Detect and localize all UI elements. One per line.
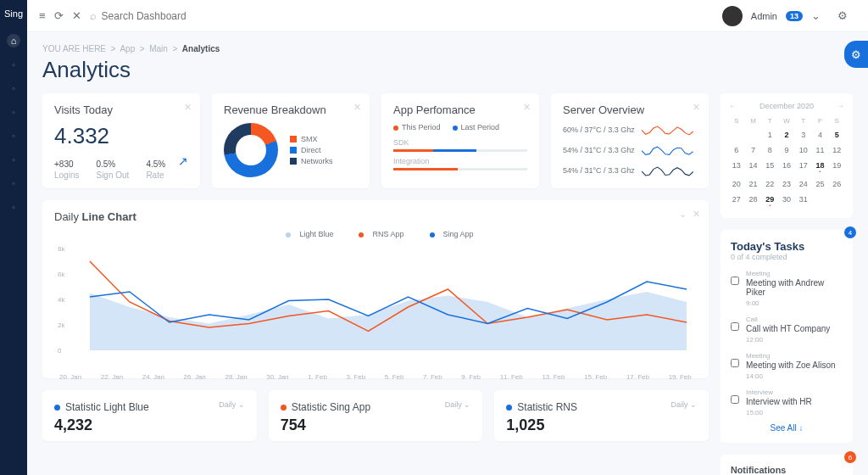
stat-card: Daily ⌄Statistic Sing App754 bbox=[269, 390, 483, 441]
cal-day[interactable] bbox=[813, 193, 828, 210]
card-tasks: 4 Today's Tasks 0 of 4 completed Meeting… bbox=[721, 230, 853, 443]
cal-day[interactable]: 22 bbox=[762, 177, 777, 191]
cal-day[interactable]: 19 bbox=[829, 159, 844, 176]
cal-day[interactable]: 9 bbox=[779, 143, 794, 157]
cal-day[interactable]: 12 bbox=[829, 143, 844, 157]
close-icon[interactable]: ✕ bbox=[523, 102, 531, 113]
card-notifications: 6 Notifications bbox=[721, 455, 853, 475]
period-select[interactable]: Daily ⌄ bbox=[445, 400, 471, 409]
task-item: InterviewInterview with HR15:00 bbox=[731, 387, 843, 416]
period-select[interactable]: Daily ⌄ bbox=[671, 400, 698, 409]
calendar: ← December 2020 → SMTWTFS123456789101112… bbox=[721, 93, 853, 218]
close-icon[interactable]: ✕ bbox=[184, 102, 192, 113]
cal-day[interactable] bbox=[729, 128, 744, 142]
close-icon[interactable]: ✕ bbox=[72, 9, 81, 22]
cal-day[interactable]: 1 bbox=[762, 128, 777, 142]
visits-value: 4.332 bbox=[54, 123, 188, 149]
cal-day[interactable]: 7 bbox=[746, 143, 761, 157]
topbar: ≡ ⟳ ✕ ⌕ Admin 13 ⌄ ⚙ bbox=[27, 0, 868, 32]
task-item: MeetingMeeting with Andrew Piker9:00 bbox=[731, 268, 843, 307]
card-server: ✕ Server Overview 60% / 37°C / 3.3 Ghz54… bbox=[551, 93, 709, 188]
menu-icon[interactable]: ≡ bbox=[39, 9, 46, 22]
cal-month: December 2020 bbox=[760, 102, 814, 110]
nav-send-icon[interactable]: ◦ bbox=[7, 176, 20, 190]
card-performance: ✕ App Perfomance This PeriodLast Period … bbox=[381, 93, 539, 188]
nav-user-icon[interactable]: ◦ bbox=[7, 58, 20, 71]
task-item: CallCall with HT Company12:00 bbox=[731, 314, 843, 344]
chevron-down-icon[interactable]: ⌄ bbox=[811, 9, 821, 22]
task-checkbox[interactable] bbox=[731, 322, 739, 331]
cal-prev-icon[interactable]: ← bbox=[729, 102, 737, 110]
cal-day[interactable]: 20 bbox=[729, 177, 744, 191]
cal-day[interactable]: 30 bbox=[779, 193, 794, 210]
page-title: Analytics bbox=[42, 57, 853, 83]
cal-day[interactable]: 25 bbox=[813, 177, 828, 191]
card-visits: ✕ Visits Today 4.332 ↗ +830Logins0.5%Sig… bbox=[42, 93, 200, 188]
cal-day[interactable] bbox=[829, 193, 844, 210]
avatar[interactable] bbox=[722, 6, 743, 26]
cal-day[interactable]: 10 bbox=[796, 143, 811, 157]
card-revenue: ✕ Revenue Breakdown SMXDirectNetworks bbox=[212, 93, 370, 188]
svg-text:4k: 4k bbox=[58, 296, 64, 304]
close-icon[interactable]: ✕ bbox=[693, 102, 700, 113]
tasks-badge: 4 bbox=[844, 226, 856, 238]
cal-day[interactable] bbox=[746, 128, 761, 142]
cal-day[interactable]: 23 bbox=[779, 177, 794, 191]
cal-next-icon[interactable]: → bbox=[837, 102, 844, 110]
nav-home-icon[interactable]: ⌂ bbox=[7, 34, 20, 48]
stat-card: Daily ⌄Statistic Light Blue4,232 bbox=[42, 390, 257, 441]
cal-day[interactable]: 13 bbox=[729, 159, 744, 176]
nav-ecommerce-icon[interactable]: ◦ bbox=[7, 105, 20, 119]
sidebar: Sing ⌂ ◦ ◦ ◦ ◦ ◦ ◦ ◦ bbox=[0, 0, 27, 475]
cal-day[interactable]: 18 bbox=[813, 159, 828, 176]
task-checkbox[interactable] bbox=[731, 277, 739, 285]
settings-icon[interactable]: ⚙ bbox=[837, 9, 848, 22]
user-badge: 13 bbox=[786, 11, 803, 21]
cal-day[interactable]: 29 bbox=[762, 193, 777, 210]
close-icon[interactable]: ✕ bbox=[693, 209, 700, 220]
breadcrumb: YOU ARE HERE > App > Main > Analytics bbox=[42, 44, 853, 53]
svg-text:2k: 2k bbox=[58, 321, 64, 329]
search-box: ⌕ bbox=[90, 9, 722, 22]
cal-day[interactable]: 31 bbox=[796, 193, 811, 210]
cal-day[interactable]: 15 bbox=[762, 159, 777, 176]
period-select[interactable]: Daily ⌄ bbox=[219, 400, 245, 409]
card-linechart: ⌄ ✕ Daily Daily Line ChartLine Chart Lig… bbox=[42, 200, 709, 378]
notif-badge: 6 bbox=[844, 451, 856, 463]
cal-day[interactable]: 6 bbox=[729, 143, 744, 157]
cal-day[interactable]: 16 bbox=[779, 159, 794, 176]
search-input[interactable] bbox=[102, 10, 271, 22]
cal-day[interactable]: 26 bbox=[829, 177, 844, 191]
cal-day[interactable]: 8 bbox=[762, 143, 777, 157]
cal-day[interactable]: 2 bbox=[779, 128, 794, 142]
cal-day[interactable]: 5 bbox=[829, 128, 844, 142]
cal-day[interactable]: 27 bbox=[729, 193, 744, 210]
donut-chart bbox=[224, 123, 278, 177]
cal-day[interactable]: 3 bbox=[796, 128, 811, 142]
task-item: MeetingMeeting with Zoe Alison14:00 bbox=[731, 350, 843, 380]
search-icon: ⌕ bbox=[90, 9, 97, 22]
nav-doc-icon[interactable]: ◦ bbox=[7, 200, 20, 214]
see-all-link[interactable]: See All ↓ bbox=[731, 423, 843, 433]
logo: Sing bbox=[4, 8, 23, 19]
nav-gem-icon[interactable]: ◦ bbox=[7, 129, 20, 142]
cal-day[interactable]: 24 bbox=[796, 177, 811, 191]
cal-day[interactable]: 28 bbox=[746, 193, 761, 210]
cal-day[interactable]: 21 bbox=[746, 177, 761, 191]
close-icon[interactable]: ✕ bbox=[353, 102, 361, 113]
task-checkbox[interactable] bbox=[731, 395, 739, 404]
nav-list-icon[interactable]: ◦ bbox=[7, 153, 20, 166]
stat-card: Daily ⌄Statistic RNS1,025 bbox=[494, 390, 709, 441]
svg-text:6k: 6k bbox=[58, 271, 64, 278]
svg-text:8k: 8k bbox=[58, 245, 64, 253]
refresh-icon[interactable]: ⟳ bbox=[54, 9, 64, 22]
nav-group-icon[interactable]: ◦ bbox=[7, 81, 20, 95]
task-checkbox[interactable] bbox=[731, 359, 739, 367]
cal-day[interactable]: 4 bbox=[813, 128, 828, 142]
cal-day[interactable]: 14 bbox=[746, 159, 761, 176]
user-name: Admin bbox=[751, 11, 777, 21]
arrow-icon[interactable]: ↗ bbox=[178, 154, 188, 168]
cal-day[interactable]: 17 bbox=[796, 159, 811, 176]
cal-day[interactable]: 11 bbox=[813, 143, 828, 157]
collapse-icon[interactable]: ⌄ bbox=[679, 209, 687, 220]
